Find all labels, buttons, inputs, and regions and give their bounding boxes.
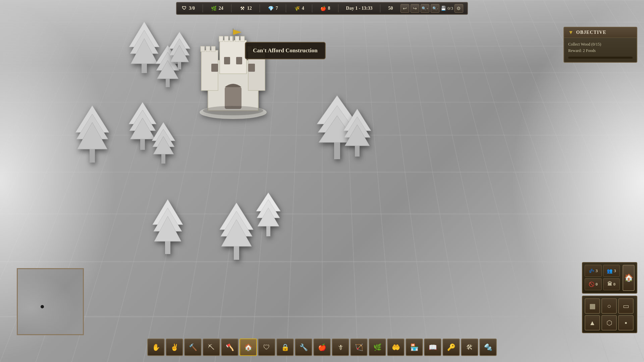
view-buttons-row2: ▲ ⬡ ▪ [585,315,635,330]
buildings-stat[interactable]: 🏛 0 [603,278,620,290]
svg-rect-63 [224,57,230,64]
tree-4 [74,104,111,164]
tree-6 [151,121,176,164]
food-icon: 🍎 [320,5,327,12]
toolbar-tools2[interactable]: 🛠 [461,339,478,356]
svg-rect-35 [165,241,170,254]
toolbar-key[interactable]: 🔑 [442,339,460,356]
population-stat[interactable]: 👥 3 [603,265,620,277]
svg-rect-7 [166,79,170,87]
home-button[interactable]: 🏠 [623,265,635,291]
svg-point-67 [203,106,263,115]
toolbar-select[interactable]: ✋ [147,339,165,356]
svg-rect-61 [211,64,218,72]
tools-icon: ⚒ [239,5,246,12]
toolbar-wrench[interactable]: 🔩 [479,339,497,356]
toolbar-build[interactable]: 🔨 [184,339,202,356]
svg-rect-50 [206,46,210,52]
toolbar-harvest[interactable]: 🌿 [369,339,386,356]
toolbar-lock[interactable]: 🔒 [276,339,294,356]
toolbar-repair[interactable]: 🔧 [295,339,312,356]
redo-button[interactable]: ↪ [411,4,419,13]
tree-8 [342,107,372,158]
rect-view-button[interactable]: ▭ [618,298,634,314]
tree-10 [218,201,255,261]
svg-rect-31 [355,146,360,157]
mini-map-content [18,269,83,334]
hud-actions: ↩ ↪ 🔍+ 🔍- 💾 0/3 ⚙ [400,4,463,13]
bottom-toolbar: ✋ ✌ 🔨 ⛏ 🪓 🏠 🛡 🔒 🔧 🍎 🗡 🏹 🌿 🤲 🏪 📖 🔑 🛠 🔩 [147,339,497,356]
blocked-stat[interactable]: 🚫 0 [585,278,602,290]
castle[interactable] [195,27,272,121]
hex-view-button[interactable]: ⬡ [601,315,617,330]
wood-icon: 🌿 [211,5,217,12]
svg-rect-51 [211,46,215,52]
resource-workers: 🛡 3/0 [181,5,195,12]
cant-afford-tooltip: Can't Afford Construction [245,42,326,59]
save-icon: 💾 [441,6,446,11]
unit-stats-section: 💤 3 👥 3 🚫 0 🏛 0 [582,262,637,294]
svg-rect-15 [90,149,95,163]
grid-view-button[interactable]: ▦ [585,298,600,314]
objective-title: Objective [576,30,606,35]
objective-panel: ▼ Objective Collect Wood (0/15) Reward: … [564,27,637,63]
objective-task: Collect Wood (0/15) [568,41,633,48]
tree-11 [255,191,282,238]
objective-body: Collect Wood (0/15) Reward: 2 Foods [564,38,637,62]
mini-map-fog [18,269,83,334]
small-view-button[interactable]: ▪ [618,315,634,330]
blocked-icon: 🚫 [589,282,594,287]
workers-icon: 🛡 [181,5,187,12]
toolbar-gather[interactable]: 🤲 [387,339,405,356]
tree-9 [151,198,184,255]
resource-grain: 🌾 4 [294,5,304,12]
svg-rect-48 [220,40,247,74]
tree-3 [168,30,191,70]
objective-reward: Reward: 2 Foods [568,48,633,54]
svg-rect-49 [201,46,205,52]
svg-rect-60 [225,87,241,109]
svg-rect-43 [266,226,270,236]
objective-arrow-icon: ▼ [568,29,574,36]
svg-rect-64 [236,57,242,64]
grain-icon: 🌾 [294,5,301,12]
circle-view-button[interactable]: ○ [601,298,617,314]
game-score: 50 [388,6,393,11]
sleeping-stat[interactable]: 💤 3 [585,265,602,277]
svg-marker-66 [233,29,241,35]
toolbar-defend[interactable]: 🛡 [258,339,275,356]
toolbar-mine[interactable]: ⛏ [203,339,220,356]
sleeping-icon: 💤 [589,268,594,274]
triangle-view-button[interactable]: ▲ [585,315,600,330]
svg-rect-55 [219,36,223,42]
svg-rect-19 [140,139,145,150]
resource-gems: 💎 7 [268,5,278,12]
svg-rect-27 [334,142,340,159]
undo-button[interactable]: ↩ [400,4,409,13]
svg-rect-23 [161,154,165,164]
buildings-icon: 🏛 [607,282,612,287]
svg-rect-59 [240,36,245,42]
toolbar-trade[interactable]: 🏪 [406,339,423,356]
save-info: 💾 0/3 [441,6,453,11]
toolbar-book[interactable]: 📖 [424,339,441,356]
toolbar-attack[interactable]: 🗡 [332,339,349,356]
toolbar-food[interactable]: 🍎 [313,339,331,356]
toolbar-construct[interactable]: 🏠 [239,339,257,356]
mini-map[interactable] [17,268,84,335]
settings-button[interactable]: ⚙ [454,4,463,13]
zoom-in-button[interactable]: 🔍+ [421,4,429,13]
toolbar-ranged[interactable]: 🏹 [350,339,368,356]
view-buttons-row1: ▦ ○ ▭ [585,298,635,314]
toolbar-chop[interactable]: 🪓 [221,339,238,356]
top-hud: 🛡 3/0 🌿 24 ⚒ 12 💎 7 🌾 4 🍎 8 Day 1 - 13:3… [176,2,468,15]
svg-rect-39 [234,246,239,260]
population-icon: 👥 [607,268,612,274]
gems-icon: 💎 [268,5,274,12]
objective-header: ▼ Objective [564,27,637,38]
view-options-section: ▦ ○ ▭ ▲ ⬡ ▪ [582,296,637,333]
objective-progress-bar [568,57,633,59]
zoom-out-button[interactable]: 🔍- [431,4,439,13]
right-panel: 💤 3 👥 3 🚫 0 🏛 0 [582,262,637,335]
toolbar-workers[interactable]: ✌ [166,339,183,356]
